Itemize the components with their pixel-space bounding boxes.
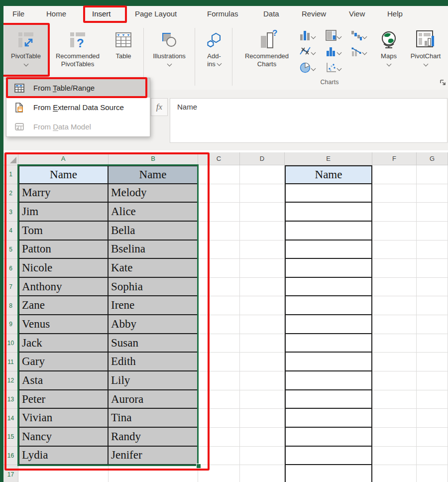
cell-D4[interactable] xyxy=(240,222,285,241)
cell-C8[interactable] xyxy=(198,296,240,315)
cell-F17[interactable] xyxy=(372,465,417,482)
cell-A12[interactable]: Asta xyxy=(18,371,109,390)
column-header-F[interactable]: F xyxy=(372,152,417,165)
cell-E4[interactable] xyxy=(285,222,372,241)
insert-column-chart-button[interactable] xyxy=(299,29,315,42)
cell-G7[interactable] xyxy=(417,278,448,297)
cell-F8[interactable] xyxy=(372,296,417,315)
column-header-G[interactable]: G xyxy=(417,152,448,165)
cell-A8[interactable]: Zane xyxy=(18,296,109,315)
cell-B6[interactable]: Kate xyxy=(109,259,198,278)
cell-C4[interactable] xyxy=(198,222,240,241)
cell-A16[interactable]: Lydia xyxy=(18,447,109,466)
table-button[interactable]: Table xyxy=(108,25,139,81)
cell-E17[interactable] xyxy=(285,465,372,482)
cell-D17[interactable] xyxy=(240,465,285,482)
cell-C3[interactable] xyxy=(198,203,240,222)
pivottable-button[interactable]: PivotTable xyxy=(4,25,48,81)
insert-function-button[interactable]: fx xyxy=(151,98,168,116)
row-header-13[interactable]: 13 xyxy=(3,390,18,409)
cell-F9[interactable] xyxy=(372,315,417,334)
cell-F1[interactable] xyxy=(372,165,417,184)
cell-A14[interactable]: Vivian xyxy=(18,409,109,428)
cell-C15[interactable] xyxy=(198,428,240,447)
cell-E9[interactable] xyxy=(285,315,372,334)
cell-E6[interactable] xyxy=(285,259,372,278)
cell-F5[interactable] xyxy=(372,241,417,259)
row-header-1[interactable]: 1 xyxy=(3,165,18,184)
cell-B16[interactable]: Jenifer xyxy=(109,447,198,466)
cell-C12[interactable] xyxy=(198,371,240,390)
row-header-11[interactable]: 11 xyxy=(3,353,18,371)
fill-handle[interactable] xyxy=(196,464,201,469)
cell-F10[interactable] xyxy=(372,334,417,353)
cell-C11[interactable] xyxy=(198,353,240,371)
cell-F14[interactable] xyxy=(372,409,417,428)
tab-file[interactable]: File xyxy=(12,9,24,18)
cell-D9[interactable] xyxy=(240,315,285,334)
cell-G1[interactable] xyxy=(417,165,448,184)
cell-B14[interactable]: Tina xyxy=(109,409,198,428)
cell-D3[interactable] xyxy=(240,203,285,222)
cell-F12[interactable] xyxy=(372,371,417,390)
menu-item-from-table-range[interactable]: From Table/Range xyxy=(6,78,150,98)
cell-B7[interactable]: Sophia xyxy=(109,278,198,297)
cell-C16[interactable] xyxy=(198,447,240,466)
formula-bar-input[interactable]: Name xyxy=(170,98,448,143)
cell-C2[interactable] xyxy=(198,184,240,203)
cell-D5[interactable] xyxy=(240,241,285,259)
insert-waterfall-chart-button[interactable] xyxy=(350,29,366,42)
row-header-3[interactable]: 3 xyxy=(3,203,18,222)
column-header-D[interactable]: D xyxy=(240,152,285,165)
cell-G12[interactable] xyxy=(417,371,448,390)
menu-item-from-external-data-source[interactable]: From External Data Source xyxy=(6,98,150,117)
cell-B3[interactable]: Alice xyxy=(109,203,198,222)
cell-A3[interactable]: Jim xyxy=(18,203,109,222)
cell-E13[interactable] xyxy=(285,390,372,409)
cell-D2[interactable] xyxy=(240,184,285,203)
cell-A4[interactable]: Tom xyxy=(18,222,109,241)
cell-G3[interactable] xyxy=(417,203,448,222)
column-header-C[interactable]: C xyxy=(198,152,240,165)
cell-G9[interactable] xyxy=(417,315,448,334)
cell-C10[interactable] xyxy=(198,334,240,353)
cell-E2[interactable] xyxy=(285,184,372,203)
cell-E7[interactable] xyxy=(285,278,372,297)
insert-combo-chart-button[interactable] xyxy=(350,45,366,58)
cell-F3[interactable] xyxy=(372,203,417,222)
cell-G6[interactable] xyxy=(417,259,448,278)
cell-B8[interactable]: Irene xyxy=(109,296,198,315)
cell-G2[interactable] xyxy=(417,184,448,203)
row-header-14[interactable]: 14 xyxy=(3,409,18,428)
cell-E8[interactable] xyxy=(285,296,372,315)
cell-E1[interactable]: Name xyxy=(285,165,372,184)
cell-G10[interactable] xyxy=(417,334,448,353)
cell-B4[interactable]: Bella xyxy=(109,222,198,241)
tab-view[interactable]: View xyxy=(349,9,365,18)
row-header-4[interactable]: 4 xyxy=(3,222,18,241)
cell-A6[interactable]: Nicole xyxy=(18,259,109,278)
cell-G17[interactable] xyxy=(417,465,448,482)
cell-B1[interactable]: Name xyxy=(109,165,198,184)
cell-F4[interactable] xyxy=(372,222,417,241)
row-header-9[interactable]: 9 xyxy=(3,315,18,334)
cell-E11[interactable] xyxy=(285,353,372,371)
cell-A10[interactable]: Jack xyxy=(18,334,109,353)
cell-D1[interactable] xyxy=(240,165,285,184)
recommended-charts-button[interactable]: ? Recommended Charts xyxy=(236,25,297,81)
cell-C9[interactable] xyxy=(198,315,240,334)
row-header-2[interactable]: 2 xyxy=(3,184,18,203)
row-header-12[interactable]: 12 xyxy=(3,371,18,390)
cell-D7[interactable] xyxy=(240,278,285,297)
cell-C5[interactable] xyxy=(198,241,240,259)
cell-F16[interactable] xyxy=(372,447,417,466)
insert-hierarchy-chart-button[interactable] xyxy=(325,29,341,42)
tab-insert[interactable]: Insert xyxy=(92,9,111,18)
column-header-A[interactable]: A xyxy=(18,152,109,165)
row-header-15[interactable]: 15 xyxy=(3,428,18,447)
cell-B10[interactable]: Susan xyxy=(109,334,198,353)
cell-E5[interactable] xyxy=(285,241,372,259)
cell-F2[interactable] xyxy=(372,184,417,203)
cell-D8[interactable] xyxy=(240,296,285,315)
cell-D16[interactable] xyxy=(240,447,285,466)
